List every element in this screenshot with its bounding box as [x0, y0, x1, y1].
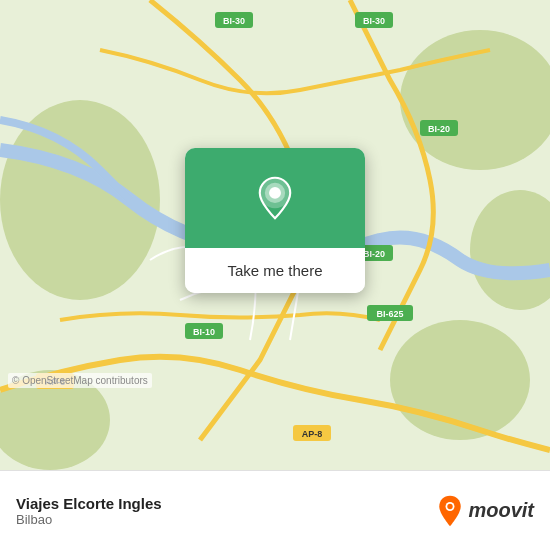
popup-header [185, 148, 365, 248]
svg-text:BI-10: BI-10 [193, 327, 215, 337]
location-popup: Take me there [185, 148, 365, 293]
take-me-there-button[interactable]: Take me there [185, 248, 365, 293]
moovit-brand-text: moovit [468, 499, 534, 522]
place-info: Viajes Elcorte Ingles Bilbao [16, 495, 162, 527]
location-pin-icon [253, 176, 297, 220]
bottom-bar: Viajes Elcorte Ingles Bilbao moovit [0, 470, 550, 550]
svg-text:BI-20: BI-20 [363, 249, 385, 259]
svg-point-27 [448, 503, 453, 508]
moovit-pin-icon [436, 494, 464, 528]
place-name: Viajes Elcorte Ingles [16, 495, 162, 512]
map-attribution: © OpenStreetMap contributors [8, 373, 152, 388]
svg-text:BI-30: BI-30 [223, 16, 245, 26]
svg-text:BI-20: BI-20 [428, 124, 450, 134]
svg-text:BI-30: BI-30 [363, 16, 385, 26]
svg-text:BI-625: BI-625 [376, 309, 403, 319]
map-container: BI-30 BI-30 BI-20 BI-20 BI-10 BI-625 AP-… [0, 0, 550, 470]
moovit-logo: moovit [436, 494, 534, 528]
svg-point-25 [269, 187, 281, 199]
place-city: Bilbao [16, 512, 162, 527]
svg-text:AP-8: AP-8 [302, 429, 323, 439]
